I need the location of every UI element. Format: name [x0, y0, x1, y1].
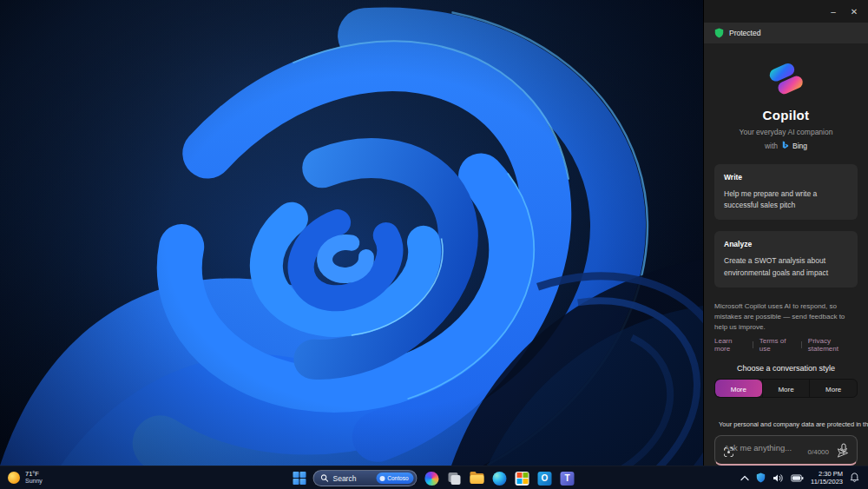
- copilot-logo: [714, 59, 858, 99]
- weather-condition: Sunny: [25, 478, 43, 485]
- conversation-style-label: Choose a conversation style: [714, 364, 858, 373]
- suggestion-title: Write: [724, 173, 848, 182]
- widgets-weather-button[interactable]: 71°F Sunny: [0, 471, 43, 486]
- suggestion-card-analyze[interactable]: Analyze Create a SWOT analysis about env…: [714, 231, 858, 287]
- suggestion-description: Create a SWOT analysis about environment…: [724, 255, 848, 278]
- copilot-subtitle: Your everyday AI companion: [714, 128, 858, 136]
- taskbar: 71°F Sunny Search Contoso: [0, 466, 868, 489]
- battery-icon[interactable]: [791, 474, 804, 482]
- copilot-title: Copilot: [714, 108, 858, 122]
- add-image-icon[interactable]: [723, 446, 734, 458]
- with-bing-row: with Bing: [714, 141, 858, 150]
- send-icon[interactable]: [837, 447, 849, 459]
- copilot-content: Copilot Your everyday AI companion with …: [704, 43, 868, 466]
- taskbar-app-outlook[interactable]: O: [537, 471, 553, 486]
- divider: [801, 341, 802, 348]
- time-label: 2:30 PM: [819, 470, 843, 478]
- bloom-wallpaper-art: [0, 0, 703, 466]
- character-counter: 0/4000: [808, 448, 829, 456]
- search-box[interactable]: Search Contoso: [313, 470, 418, 486]
- teams-icon: T: [561, 472, 575, 486]
- taskbar-app-microsoft-store[interactable]: [515, 471, 530, 486]
- edge-icon: [493, 472, 507, 486]
- suggestion-title: Analyze: [724, 240, 848, 248]
- search-badge-label: Contoso: [387, 475, 408, 481]
- contoso-logo-icon: [379, 476, 385, 481]
- terms-of-use-link[interactable]: Terms of use: [760, 337, 795, 353]
- search-label: Search: [333, 474, 357, 483]
- taskbar-app-copilot[interactable]: [424, 471, 440, 486]
- close-button[interactable]: ✕: [844, 3, 865, 20]
- learn-more-link[interactable]: Learn more: [714, 337, 746, 353]
- privacy-statement-link[interactable]: Privacy statement: [808, 337, 858, 353]
- hidden-icons-chevron-icon[interactable]: [740, 475, 749, 481]
- style-option-balanced[interactable]: More Balanced: [762, 380, 810, 397]
- system-tray: 2:30 PM 11/15/2023: [740, 470, 868, 486]
- taskbar-app-task-view[interactable]: [447, 471, 463, 486]
- shield-protected-icon: [714, 28, 724, 38]
- protection-status-badge[interactable]: Protected: [704, 23, 868, 43]
- volume-icon[interactable]: [773, 473, 784, 483]
- style-option-line1: More: [717, 385, 760, 395]
- style-option-line2: Creative: [717, 394, 760, 397]
- privacy-note-text: Your personal and company data are prote…: [719, 420, 868, 428]
- minimize-button[interactable]: –: [823, 3, 844, 20]
- suggestion-card-write[interactable]: Write Help me prepare and write a succes…: [714, 164, 858, 220]
- clock[interactable]: 2:30 PM 11/15/2023: [811, 470, 843, 486]
- outlook-icon: O: [538, 472, 552, 486]
- with-label: with: [765, 142, 778, 150]
- taskbar-app-teams[interactable]: T: [560, 471, 575, 486]
- style-option-precise[interactable]: More Precise: [809, 380, 857, 397]
- data-privacy-note: Your personal and company data are prote…: [714, 420, 858, 429]
- chat-input-container: 0/4000: [714, 435, 858, 466]
- panel-titlebar: – ✕: [704, 0, 868, 23]
- copilot-logo-icon: [766, 59, 806, 99]
- taskbar-center-group: Search Contoso: [293, 466, 575, 489]
- security-shield-icon[interactable]: [756, 472, 766, 483]
- taskbar-app-edge[interactable]: [492, 471, 508, 486]
- ai-disclaimer: Microsoft Copilot uses AI to respond, so…: [714, 301, 858, 333]
- style-option-line1: More: [812, 385, 855, 395]
- protected-label: Protected: [729, 29, 760, 37]
- start-button[interactable]: [293, 472, 306, 485]
- style-option-creative[interactable]: More Creative: [715, 380, 762, 397]
- style-option-line2: Precise: [812, 394, 855, 397]
- style-option-line1: More: [765, 385, 808, 395]
- copilot-sidebar: – ✕ Protected: [703, 0, 868, 466]
- bing-icon: [781, 141, 789, 150]
- screen: – ✕ Protected: [0, 0, 868, 489]
- suggestion-description: Help me prepare and write a successful s…: [724, 188, 848, 211]
- notifications-bell-icon[interactable]: [850, 472, 859, 483]
- date-label: 11/15/2023: [811, 478, 843, 486]
- copilot-icon: [425, 472, 439, 486]
- style-option-line2: Balanced: [765, 394, 808, 397]
- conversation-style-toggle: More Creative More Balanced More Precise: [714, 379, 858, 398]
- legal-links: Learn more Terms of use Privacy statemen…: [714, 337, 858, 353]
- taskbar-app-file-explorer[interactable]: [470, 471, 485, 486]
- divider: [753, 341, 753, 348]
- microsoft-store-icon: [516, 472, 529, 486]
- bing-label: Bing: [792, 142, 807, 150]
- weather-temperature: 71°F: [25, 471, 43, 479]
- search-icon: [321, 474, 329, 482]
- search-highlight-badge[interactable]: Contoso: [376, 472, 413, 484]
- sun-icon: [8, 472, 20, 484]
